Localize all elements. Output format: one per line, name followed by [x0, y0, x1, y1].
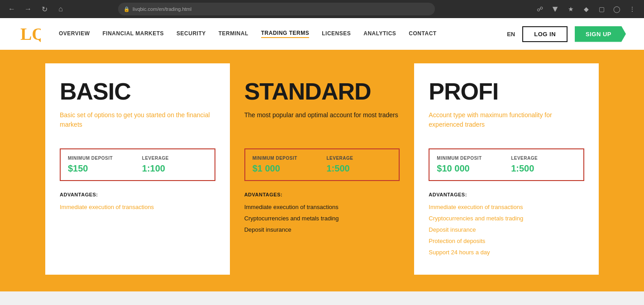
profi-title: PROFI: [429, 80, 584, 103]
header-right: EN LOG IN SIGN UP: [507, 26, 626, 42]
back-button[interactable]: ←: [5, 3, 18, 15]
standard-title: STANDARD: [244, 80, 400, 103]
bookmark-icon[interactable]: ★: [564, 3, 577, 15]
url-text: livqbic.com/en/trading.html: [133, 6, 191, 12]
signup-button[interactable]: SIGN UP: [575, 26, 626, 42]
standard-advantage-0[interactable]: Immediate execution of transactions: [244, 204, 400, 210]
main-content: BASIC Basic set of options to get you st…: [0, 50, 644, 291]
profi-leverage-label: LEVERAGE: [511, 156, 576, 161]
logo[interactable]: LQ: [18, 23, 41, 45]
profile-icon[interactable]: ◯: [611, 3, 623, 15]
nav-analytics[interactable]: ANALYTICS: [363, 30, 396, 38]
basic-advantage-0[interactable]: Immediate execution of transactions: [60, 204, 215, 210]
main-nav: OVERVIEW FINANCIAL MARKETS SECURITY TERM…: [59, 30, 507, 38]
translate-icon[interactable]: ☍: [534, 3, 546, 15]
browser-actions: ☍ ⯆ ★ ◆ ▢ ◯ ⋮: [534, 3, 639, 15]
profi-advantages-label: ADVANTAGES:: [429, 192, 584, 197]
card-basic: BASIC Basic set of options to get you st…: [45, 63, 230, 275]
nav-trading-terms[interactable]: TRADING TERMS: [261, 30, 310, 38]
basic-min-deposit-label: MINIMUM DEPOSIT: [68, 156, 133, 161]
standard-min-deposit-value: $1 000: [253, 163, 318, 174]
profi-advantage-0[interactable]: Immediate execution of transactions: [429, 204, 584, 210]
basic-advantages-label: ADVANTAGES:: [60, 192, 215, 197]
basic-leverage-value: 1:100: [142, 163, 207, 174]
cards-container: BASIC Basic set of options to get you st…: [45, 63, 599, 275]
basic-title: BASIC: [60, 80, 215, 103]
share-icon[interactable]: ⯆: [549, 3, 562, 15]
address-bar[interactable]: 🔒 livqbic.com/en/trading.html: [118, 3, 435, 15]
window-icon[interactable]: ▢: [595, 3, 608, 15]
basic-stats-box: MINIMUM DEPOSIT LEVERAGE $150 1:100: [60, 148, 215, 181]
menu-icon[interactable]: ⋮: [626, 3, 639, 15]
basic-min-deposit-value: $150: [68, 163, 133, 174]
lock-icon: 🔒: [124, 6, 130, 12]
home-button[interactable]: ⌂: [54, 3, 67, 15]
card-profi: PROFI Account type with maximum function…: [414, 63, 599, 275]
profi-advantage-3[interactable]: Protection of deposits: [429, 238, 584, 244]
login-button[interactable]: LOG IN: [522, 26, 568, 42]
profi-min-deposit-value: $10 000: [437, 163, 502, 174]
standard-advantages-label: ADVANTAGES:: [244, 192, 400, 197]
nav-contact[interactable]: CONTACT: [409, 30, 436, 38]
profi-leverage-value: 1:500: [511, 163, 576, 174]
profi-advantage-1[interactable]: Cryptocurrencies and metals trading: [429, 215, 584, 222]
site-header: LQ OVERVIEW FINANCIAL MARKETS SECURITY T…: [0, 18, 644, 50]
standard-advantage-2[interactable]: Deposit insurance: [244, 226, 400, 233]
forward-button[interactable]: →: [22, 3, 34, 15]
refresh-button[interactable]: ↻: [38, 3, 51, 15]
extensions-icon[interactable]: ◆: [580, 3, 592, 15]
standard-leverage-value: 1:500: [326, 163, 391, 174]
nav-security[interactable]: SECURITY: [177, 30, 206, 38]
svg-text:LQ: LQ: [20, 24, 41, 43]
nav-overview[interactable]: OVERVIEW: [59, 30, 90, 38]
card-standard: STANDARD The most popular and optimal ac…: [230, 63, 415, 275]
nav-financial-markets[interactable]: FINANCIAL MARKETS: [102, 30, 164, 38]
nav-terminal[interactable]: TERMINAL: [219, 30, 248, 38]
standard-advantage-1[interactable]: Cryptocurrencies and metals trading: [244, 215, 400, 222]
profi-stats-box: MINIMUM DEPOSIT LEVERAGE $10 000 1:500: [429, 148, 584, 181]
profi-min-deposit-label: MINIMUM DEPOSIT: [437, 156, 502, 161]
standard-min-deposit-label: MINIMUM DEPOSIT: [253, 156, 318, 161]
language-selector[interactable]: EN: [507, 31, 515, 38]
standard-stats-box: MINIMUM DEPOSIT LEVERAGE $1 000 1:500: [244, 148, 400, 181]
standard-leverage-label: LEVERAGE: [326, 156, 391, 161]
profi-advantage-2[interactable]: Deposit insurance: [429, 226, 584, 233]
basic-description: Basic set of options to get you started …: [60, 110, 215, 138]
browser-chrome: ← → ↻ ⌂ 🔒 livqbic.com/en/trading.html ☍ …: [0, 0, 644, 18]
profi-description: Account type with maximum functionality …: [429, 110, 584, 138]
profi-advantage-4[interactable]: Support 24 hours a day: [429, 249, 584, 256]
basic-leverage-label: LEVERAGE: [142, 156, 207, 161]
standard-description: The most popular and optimal account for…: [244, 110, 400, 138]
nav-licenses[interactable]: LICENSES: [322, 30, 351, 38]
